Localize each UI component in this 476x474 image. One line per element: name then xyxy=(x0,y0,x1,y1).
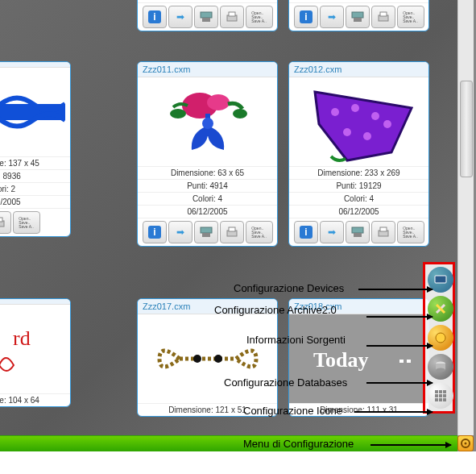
info-button[interactable]: i xyxy=(143,6,167,28)
card-title xyxy=(0,299,70,305)
card-title: Zzz012.cxm xyxy=(289,62,428,77)
svg-rect-27 xyxy=(229,227,235,231)
svg-point-18 xyxy=(207,94,230,110)
card-b[interactable]: Zzz011.cxm Dimensione: 63 x 65 Punti: 49… xyxy=(137,61,278,247)
print-button[interactable] xyxy=(220,6,244,28)
svg-text:Today: Today xyxy=(313,348,368,372)
anno-arrow xyxy=(358,289,433,290)
thumbnail xyxy=(138,314,277,403)
svg-point-19 xyxy=(170,109,186,118)
vertical-scrollbar[interactable] xyxy=(457,0,474,435)
svg-rect-49 xyxy=(435,276,446,283)
svg-rect-57 xyxy=(439,390,442,393)
send-button[interactable]: ➡ xyxy=(168,221,192,243)
info-button[interactable]: i xyxy=(294,221,318,243)
svg-rect-24 xyxy=(201,227,212,233)
scrollbar-thumb[interactable] xyxy=(460,81,473,177)
card-dim: Dimensione: 104 x 64 xyxy=(0,393,70,406)
info-button[interactable]: i xyxy=(143,221,167,243)
card-partial-top-1: 06/12/2005 i ➡ Open..Save..Save A.. xyxy=(137,0,278,31)
anno-arrow xyxy=(366,345,433,347)
info-button[interactable]: i xyxy=(294,6,318,28)
database-icon xyxy=(434,360,447,373)
svg-point-29 xyxy=(351,104,359,112)
card-dim: Dimensione: 137 x 45 xyxy=(0,156,70,169)
card-colori: Colori: 4 xyxy=(138,192,277,205)
thumbnail xyxy=(138,77,277,166)
card-c[interactable]: Zzz012.cxm Dimensione: 233 x 269 Punti: … xyxy=(288,61,429,247)
svg-text:rd: rd xyxy=(13,326,31,350)
tools-icon xyxy=(434,302,447,315)
thumbnail xyxy=(289,77,428,166)
card-title: Zzz011.cxm xyxy=(138,62,277,77)
config-databases-button[interactable] xyxy=(428,354,453,380)
options-button[interactable]: Open..Save..Save A.. xyxy=(246,221,273,243)
config-gear-button[interactable] xyxy=(457,435,474,451)
svg-rect-5 xyxy=(229,12,235,16)
gear-icon xyxy=(460,438,471,449)
svg-rect-37 xyxy=(354,233,362,237)
svg-point-21 xyxy=(202,118,213,129)
svg-text:i: i xyxy=(304,227,307,238)
anno-devices: Configurazione Devices xyxy=(234,282,344,294)
print-button[interactable] xyxy=(0,211,11,234)
card-a[interactable]: Dimensione: 137 x 45 Punti: 8936 Colori:… xyxy=(0,61,71,237)
svg-rect-60 xyxy=(439,394,442,397)
svg-rect-2 xyxy=(201,12,212,18)
card-actions: i ➡ Open..Save..Save A.. xyxy=(138,218,277,246)
print-button[interactable] xyxy=(371,221,395,243)
config-menu-bar[interactable] xyxy=(0,435,457,451)
card-actions: Open..Save..Save A.. xyxy=(0,208,70,236)
options-button[interactable]: Open..Save..Save A.. xyxy=(246,6,273,28)
card-dim: Dimensione: 63 x 65 xyxy=(138,166,277,179)
thumbnail: Today xyxy=(289,314,428,403)
svg-rect-8 xyxy=(352,12,363,18)
svg-rect-63 xyxy=(439,398,442,401)
card-punti: Punti: 19129 xyxy=(289,179,428,192)
svg-point-32 xyxy=(363,132,371,140)
machine-button[interactable] xyxy=(194,221,218,243)
svg-rect-59 xyxy=(435,394,438,397)
card-punti: Punti: 4914 xyxy=(138,179,277,192)
svg-point-55 xyxy=(436,368,445,372)
print-button[interactable] xyxy=(220,221,244,243)
svg-rect-3 xyxy=(202,18,210,22)
svg-rect-36 xyxy=(352,227,363,233)
monitor-icon xyxy=(434,275,447,285)
options-button[interactable]: Open..Save..Save A.. xyxy=(397,221,424,243)
config-side-panel xyxy=(423,262,455,414)
svg-text:i: i xyxy=(153,11,155,23)
options-button[interactable]: Open..Save..Save A.. xyxy=(13,211,40,234)
card-dim: Dimensione: 233 x 269 xyxy=(289,166,428,179)
svg-point-31 xyxy=(343,128,351,136)
svg-text:i: i xyxy=(153,227,155,238)
print-button[interactable] xyxy=(371,6,395,28)
anno-arrow xyxy=(366,382,433,384)
coin-icon xyxy=(434,331,447,344)
anno-databases: Configurazione Databases xyxy=(224,376,347,389)
card-actions: i ➡ Open..Save..Save A.. xyxy=(289,218,428,246)
anno-archive: Configurazione Archive2.0 xyxy=(214,304,337,316)
anno-icone: Configurazione Icone xyxy=(243,405,342,417)
svg-point-48 xyxy=(465,443,467,445)
svg-rect-58 xyxy=(443,390,446,393)
card-e[interactable]: Zzz017.cxm Dimensione: 121 x 51 xyxy=(137,298,278,417)
svg-text:i: i xyxy=(304,11,307,23)
card-date: 06/12/2005 xyxy=(0,195,70,208)
card-d[interactable]: relard Dimensione: 104 x 64 xyxy=(0,298,71,407)
send-button[interactable]: ➡ xyxy=(320,221,344,243)
svg-point-28 xyxy=(331,108,339,116)
card-title xyxy=(0,62,70,68)
card-colori: Colori: 4 xyxy=(289,192,428,205)
config-icons-button[interactable] xyxy=(428,383,453,409)
machine-button[interactable] xyxy=(346,6,370,28)
workspace: 06/12/2005 06/12/2005 i ➡ Open..Save..Sa… xyxy=(0,0,457,474)
send-button[interactable]: ➡ xyxy=(320,6,344,28)
machine-button[interactable] xyxy=(194,6,218,28)
card-date: 06/12/2005 xyxy=(289,205,428,218)
bottom-whitespace xyxy=(0,451,476,474)
machine-button[interactable] xyxy=(346,221,370,243)
send-button[interactable]: ➡ xyxy=(168,6,192,28)
svg-rect-61 xyxy=(443,394,446,397)
options-button[interactable]: Open..Save..Save A.. xyxy=(397,6,424,28)
